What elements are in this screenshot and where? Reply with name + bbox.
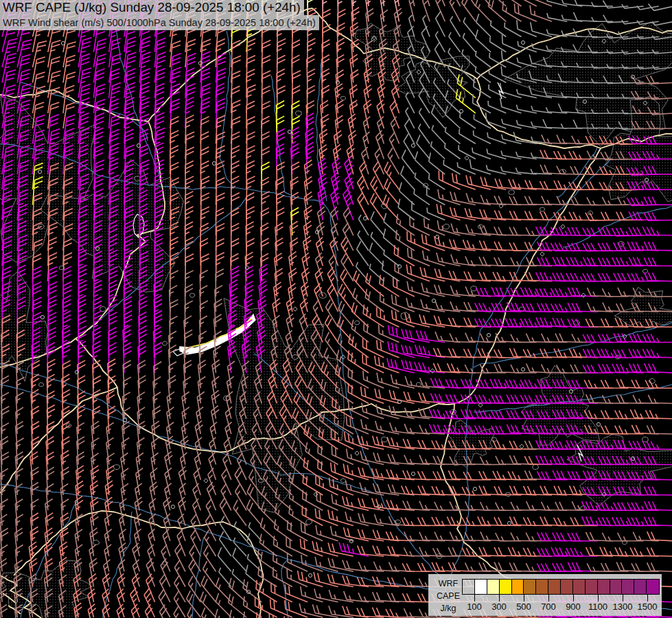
- cape-colorbar-cell: [561, 580, 573, 594]
- cape-colorbar-tick: [548, 595, 549, 602]
- cape-colorbar-ticklabel: 1100: [584, 602, 612, 612]
- cape-colorbar-ticklabel: 500: [510, 602, 537, 612]
- title-cape-text: WRF CAPE (J/kg) Sunday 28-09-2025 18:00 …: [3, 0, 301, 14]
- cape-colorbar-cell: [647, 580, 659, 594]
- legend-label-cape: CAPE: [431, 592, 465, 601]
- cape-colorbar-ticklabel: 100: [461, 602, 488, 612]
- cape-colorbar-tick: [499, 595, 500, 602]
- cape-legend: WRF CAPE J/kg 10030050070090011001300150…: [428, 574, 662, 616]
- cape-colorbar-cell: [598, 580, 610, 594]
- cape-colorbar-cell: [634, 580, 647, 594]
- cape-colorbar-cell: [500, 580, 512, 594]
- cape-colorbar-cell: [548, 580, 561, 594]
- title-bar-cape: WRF CAPE (J/kg) Sunday 28-09-2025 18:00 …: [0, 0, 304, 15]
- wrf-weather-map: WRF CAPE (J/kg) Sunday 28-09-2025 18:00 …: [0, 0, 672, 618]
- cape-colorbar-tick: [598, 595, 599, 602]
- cape-colorbar-cell: [536, 580, 548, 594]
- cape-colorbar: [462, 579, 660, 595]
- cape-colorbar-cell: [475, 580, 487, 594]
- cape-colorbar-cell: [586, 580, 598, 594]
- title-windshear-text: WRF Wind shear (m/s) 500/1000hPa Sunday …: [3, 17, 316, 28]
- cape-colorbar-tick: [474, 595, 475, 602]
- cape-colorbar-cell: [524, 580, 536, 594]
- legend-label-wrf: WRF: [431, 580, 465, 588]
- cape-colorbar-tick: [623, 595, 623, 602]
- cape-colorbar-tick: [573, 595, 574, 602]
- cape-colorbar-ticklabel: 700: [535, 602, 562, 612]
- cape-colorbar-ticklabel: 1300: [609, 602, 636, 612]
- cape-colorbar-tick: [524, 595, 524, 602]
- cape-colorbar-cell: [622, 580, 634, 594]
- cape-colorbar-ticklabel: 300: [485, 602, 513, 612]
- cape-colorbar-cell: [573, 580, 586, 594]
- cape-colorbar-tick: [647, 595, 648, 602]
- title-bar-windshear: WRF Wind shear (m/s) 500/1000hPa Sunday …: [0, 15, 319, 30]
- cape-colorbar-cell: [610, 580, 623, 594]
- cape-colorbar-cell: [512, 580, 524, 594]
- cape-colorbar-cell: [463, 580, 475, 594]
- map-canvas: [0, 0, 672, 618]
- cape-colorbar-ticklabel: 1500: [634, 602, 661, 612]
- cape-colorbar-cell: [487, 580, 500, 594]
- cape-colorbar-ticklabel: 900: [559, 602, 587, 612]
